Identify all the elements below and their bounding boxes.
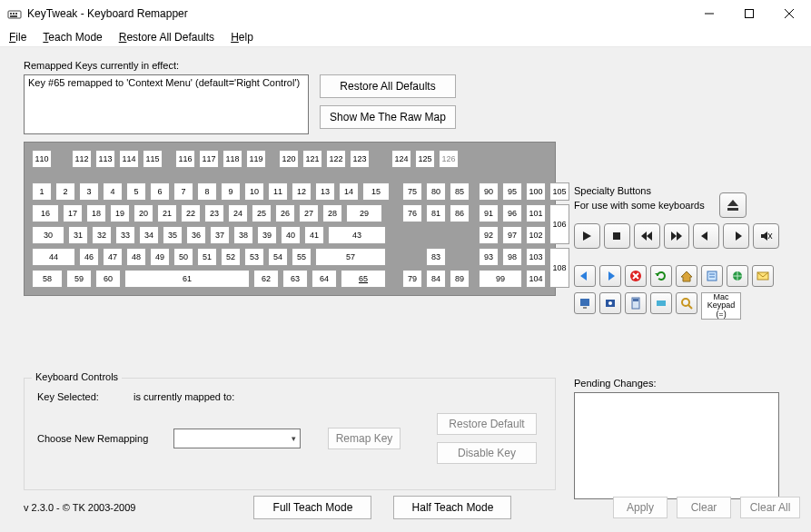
key-104[interactable]: 104 [526,270,546,288]
key-62[interactable]: 62 [253,270,279,288]
apply-button[interactable]: Apply [613,497,668,518]
web-search-button[interactable] [727,265,748,287]
key-36[interactable]: 36 [186,226,206,244]
key-30[interactable]: 30 [32,226,64,244]
key-121[interactable]: 121 [302,150,322,168]
key-13[interactable]: 13 [315,182,335,201]
key-115[interactable]: 115 [143,150,163,168]
key-118[interactable]: 118 [223,150,242,168]
key-63[interactable]: 63 [282,270,308,288]
key-79[interactable]: 79 [402,270,422,288]
key-22[interactable]: 22 [181,204,201,222]
key-41[interactable]: 41 [304,226,324,244]
key-51[interactable]: 51 [197,248,217,266]
volume-down-button[interactable] [693,223,719,249]
key-28[interactable]: 28 [322,204,342,222]
key-23[interactable]: 23 [204,204,224,222]
key-26[interactable]: 26 [275,204,295,222]
stop-button[interactable] [604,223,630,249]
key-18[interactable]: 18 [86,204,106,222]
key-12[interactable]: 12 [292,182,312,201]
key-37[interactable]: 37 [210,226,230,244]
key-5[interactable]: 5 [126,182,146,201]
key-89[interactable]: 89 [450,270,470,288]
key-52[interactable]: 52 [221,248,241,266]
pending-changes-listbox[interactable] [574,392,779,499]
key-119[interactable]: 119 [246,150,266,168]
key-81[interactable]: 81 [426,204,446,222]
half-teach-mode-button[interactable]: Half Teach Mode [393,496,511,519]
media-button[interactable] [599,292,621,314]
key-84[interactable]: 84 [426,270,446,288]
calculator-button[interactable] [625,292,647,314]
key-6[interactable]: 6 [150,182,170,201]
remapped-listbox[interactable]: Key #65 remapped to 'Context Menu' (defa… [24,74,309,134]
key-103[interactable]: 103 [526,248,546,266]
menu-help[interactable]: Help [227,29,257,45]
browser-home-button[interactable] [676,265,697,287]
key-80[interactable]: 80 [426,182,446,201]
browser-forward-button[interactable] [599,265,621,287]
key-48[interactable]: 48 [126,248,146,266]
menu-file[interactable]: File [5,29,30,45]
mute-button[interactable] [753,223,779,249]
key-33[interactable]: 33 [115,226,135,244]
search-button[interactable] [676,292,697,314]
key-96[interactable]: 96 [502,204,522,222]
key-102[interactable]: 102 [526,226,546,244]
key-120[interactable]: 120 [279,150,299,168]
key-126[interactable]: 126 [439,150,459,168]
remap-key-button[interactable]: Remap Key [328,428,401,449]
key-106[interactable]: 106 [549,204,569,244]
minimize-button[interactable] [689,1,729,26]
key-20[interactable]: 20 [134,204,153,222]
key-7[interactable]: 7 [173,182,193,201]
key-116[interactable]: 116 [175,150,195,168]
key-117[interactable]: 117 [199,150,219,168]
key-2[interactable]: 2 [55,182,75,201]
key-86[interactable]: 86 [450,204,470,222]
restore-all-defaults-button[interactable]: Restore All Defaults [320,74,456,98]
key-97[interactable]: 97 [502,226,522,244]
key-75[interactable]: 75 [402,182,422,201]
menu-teach-mode[interactable]: Teach Mode [39,29,105,45]
mac-keypad-equals-button[interactable]: Mac Keypad (=) [701,292,741,320]
key-100[interactable]: 100 [526,182,546,201]
key-114[interactable]: 114 [119,150,139,168]
key-65[interactable]: 65 [341,270,386,288]
key-54[interactable]: 54 [268,248,288,266]
key-11[interactable]: 11 [268,182,288,201]
key-92[interactable]: 92 [479,226,499,244]
next-track-button[interactable] [664,223,690,249]
eject-button[interactable] [719,192,747,218]
key-47[interactable]: 47 [103,248,123,266]
key-58[interactable]: 58 [32,270,63,288]
key-123[interactable]: 123 [350,150,370,168]
key-122[interactable]: 122 [326,150,346,168]
key-125[interactable]: 125 [415,150,435,168]
key-43[interactable]: 43 [328,226,386,244]
key-91[interactable]: 91 [479,204,499,222]
disable-key-button[interactable]: Disable Key [437,442,537,464]
key-110[interactable]: 110 [32,150,52,168]
key-101[interactable]: 101 [526,204,546,222]
key-24[interactable]: 24 [228,204,248,222]
key-85[interactable]: 85 [450,182,470,201]
key-14[interactable]: 14 [339,182,359,201]
browser-refresh-button[interactable] [650,265,672,287]
play-button[interactable] [574,223,600,249]
prev-track-button[interactable] [634,223,660,249]
key-25[interactable]: 25 [252,204,272,222]
key-1[interactable]: 1 [32,182,52,201]
my-computer-button[interactable] [574,292,596,314]
key-95[interactable]: 95 [502,182,522,201]
remapped-item[interactable]: Key #65 remapped to 'Context Menu' (defa… [28,77,304,88]
show-raw-map-button[interactable]: Show Me The Raw Map [320,105,456,129]
favorites-button[interactable] [701,265,723,287]
key-40[interactable]: 40 [281,226,301,244]
full-teach-mode-button[interactable]: Full Teach Mode [253,496,371,519]
key-112[interactable]: 112 [72,150,92,168]
key-8[interactable]: 8 [197,182,217,201]
key-17[interactable]: 17 [63,204,83,222]
key-38[interactable]: 38 [233,226,253,244]
